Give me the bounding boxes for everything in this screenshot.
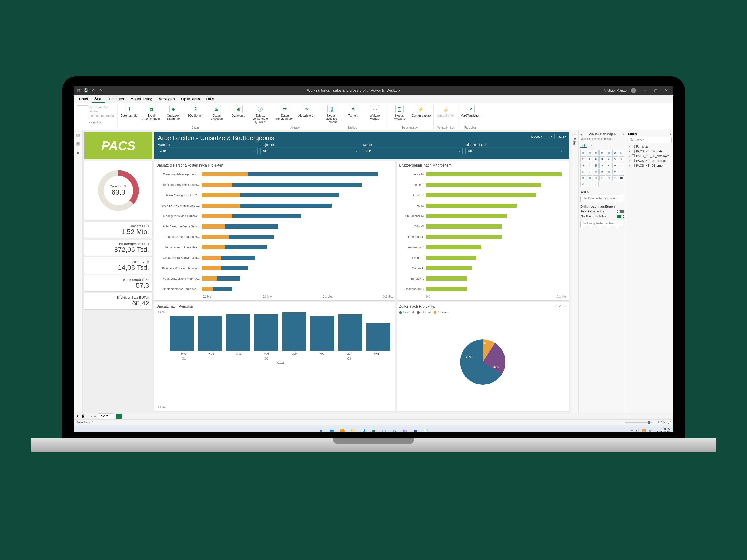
visual-picker[interactable]: ▥▤▦▧▨▩◫ ⬡⬢◐◑◒◓⊞ ◉◎⬤▲▼◆⬨ ⊟⊡⊠▣▤RPy ▥▦⊞⬚⊡◫⬛… (581, 150, 624, 187)
taskbar-clock[interactable]: 10:05 23.08.2023 (655, 428, 670, 431)
more-visuals-button[interactable]: ⋯Weitere Visuals (365, 105, 385, 121)
kpi-zeiten[interactable]: Zeiten VL h14,08 Tsd. (84, 258, 152, 273)
page-tab-1[interactable]: Seite 1 (98, 414, 114, 419)
menu-einfuegen[interactable]: Einfügen (106, 96, 127, 102)
publish-button[interactable]: ↗Veröffentlichen (461, 105, 481, 117)
gauge-card[interactable]: Zeiten VL % 63,3 (84, 161, 152, 220)
transform-button[interactable]: ⇄Daten transformieren (275, 105, 295, 121)
dataverse-button[interactable]: ◉Dataverse (229, 105, 249, 117)
desktop-layout-icon[interactable]: 🖥 (76, 414, 79, 418)
table-item[interactable]: PACS_XBI_02_date (628, 149, 672, 154)
mobile-layout-icon[interactable]: 📱 (81, 414, 85, 418)
enter-data-button[interactable]: ⊞Daten eingeben (207, 105, 227, 121)
undo-icon[interactable]: ↶ (91, 88, 96, 93)
menu-modellierung[interactable]: Modellierung (128, 96, 155, 102)
maximize-button[interactable]: ▢ (651, 87, 660, 94)
quick-measure-button[interactable]: ⚡Quickmeasure (411, 105, 431, 117)
sql-button[interactable]: 🗄SQL Server (185, 105, 205, 117)
filters-pane-collapsed[interactable]: « Filter (571, 130, 578, 413)
prev-page-icon[interactable]: ◂ (91, 414, 92, 418)
report-canvas[interactable]: PACS Dieses▾ -▾ Jahr▾ Arbeitszeiten - Um… (83, 130, 571, 413)
table-item[interactable]: PACS_XBI_02_project (628, 158, 672, 163)
filter-kunde-select[interactable]: Alle⌄ (363, 148, 463, 154)
report-view-icon[interactable]: ▥ (76, 133, 80, 138)
expand-viz-icon[interactable]: » (622, 132, 624, 136)
cut-button[interactable]: Ausschneiden (89, 105, 114, 109)
save-icon[interactable]: 💾 (83, 88, 88, 93)
tray-screen-icon[interactable]: 🖵 (636, 429, 639, 432)
values-well[interactable]: Hier Datenfelder hinzufügen (581, 195, 624, 202)
search-input[interactable]: 🔍 Suchen (628, 137, 672, 143)
chart-mitarbeiter[interactable]: Bruttoergebnis nach Mitarbeitern Leuck M… (397, 161, 569, 301)
menu-hilfe[interactable]: Hilfe (204, 96, 216, 102)
refresh-button[interactable]: ⟳Aktualisieren (297, 105, 317, 117)
menu-start[interactable]: Start (92, 96, 105, 103)
taskbar-outlook-icon[interactable]: ✉ (391, 427, 398, 432)
table-item[interactable]: Formulas (628, 144, 672, 149)
paste-button[interactable] (77, 105, 88, 119)
filter-icon[interactable]: ⚲ (555, 304, 557, 308)
next-page-icon[interactable]: ▸ (95, 414, 96, 418)
chart-perioden[interactable]: Umsatz nach Perioden 0,2 Mio.0,0 Mio. M0… (154, 302, 395, 411)
chart-projekttyp[interactable]: ⚲⤢⋯ Zeiten nach Projekttyp External Inte… (397, 302, 569, 411)
period-pill-3[interactable]: Jahr▾ (556, 134, 569, 139)
expand-data-icon[interactable]: » (670, 132, 672, 136)
table-item[interactable]: PACS_XBI_02_employee (628, 154, 672, 158)
copy-button[interactable]: Kopieren (89, 110, 114, 113)
menu-anzeigen[interactable]: Anzeigen (156, 96, 178, 102)
filter-mitarbeiter-select[interactable]: Alle⌄ (465, 148, 565, 154)
kpi-satz[interactable]: Effektiver Satz EUR/h68,42 (84, 293, 152, 309)
tray-chevron-icon[interactable]: ⌃ (630, 429, 634, 432)
tray-sound-icon[interactable]: 🔊 (648, 429, 652, 432)
fit-page-icon[interactable]: ⛶ (668, 421, 671, 424)
tray-wifi-icon[interactable]: 📶 (642, 429, 646, 432)
filter-mandant-select[interactable]: Alle⌄ (158, 148, 258, 154)
table-item[interactable]: PACS_XBI_02_time (628, 163, 672, 168)
kpi-umsatz[interactable]: Umsatz EUR1,52 Mio. (84, 222, 152, 238)
more-icon[interactable]: ⋯ (563, 304, 567, 308)
cross-report-toggle[interactable] (617, 210, 624, 213)
taskbar-excel-icon[interactable]: ▦ (370, 427, 377, 432)
redo-icon[interactable]: ↷ (98, 88, 103, 93)
taskbar-explorer-icon[interactable]: 📁 (349, 427, 356, 432)
add-page-button[interactable]: + (116, 414, 122, 419)
new-measure-button[interactable]: ∑Neues Measure (390, 105, 410, 121)
period-pill-2[interactable]: -▾ (546, 134, 555, 139)
period-pill-1[interactable]: Dieses▾ (529, 134, 545, 139)
keep-filters-toggle[interactable] (617, 215, 624, 218)
start-icon[interactable]: ⊞ (318, 427, 325, 432)
recent-sources-button[interactable]: 🕓Zuletzt verwendete Quellen (250, 105, 270, 124)
excel-button[interactable]: ▦Excel-Arbeitsmappe (142, 105, 162, 121)
new-visual-button[interactable]: 📊Neues visuelles Element (321, 105, 341, 124)
build-tab-icon[interactable]: 📊 (581, 143, 587, 148)
kpi-brutto-eur[interactable]: Bruttoergebnis EUR872,06 Tsd. (84, 240, 152, 256)
taskbar-teams2-icon[interactable]: ◫ (380, 427, 388, 432)
table-view-icon[interactable]: ▦ (76, 141, 80, 146)
user-avatar-icon[interactable] (631, 88, 636, 93)
expand-filters-icon[interactable]: « (573, 134, 576, 136)
format-tab-icon[interactable]: 🖌 (589, 143, 595, 148)
sensitivity-button[interactable]: 🔒Vertraulichkeit (436, 105, 456, 117)
taskbar-pdf-icon[interactable]: 📄 (422, 427, 429, 432)
minimize-button[interactable]: ─ (641, 87, 650, 94)
taskbar-onenote-icon[interactable]: ▥ (401, 427, 408, 432)
drillthrough-well[interactable]: Drillthroughfelder hier hinz… (581, 220, 624, 227)
kpi-brutto-pct[interactable]: Bruttoergebnis %57,3 (84, 275, 152, 291)
chart-projekte[interactable]: Umsatz & Personalkosten nach Projekten T… (154, 161, 395, 301)
model-view-icon[interactable]: ⊞ (76, 150, 80, 155)
zoom-out-icon[interactable]: − (622, 421, 623, 424)
taskbar-word-icon[interactable]: ▤ (412, 427, 419, 432)
taskbar-powerbi-icon[interactable]: 📊 (359, 427, 367, 432)
taskbar-app-icon[interactable]: 🟠 (339, 427, 346, 432)
onelake-button[interactable]: ◆OneLake-Datenhub (163, 105, 183, 121)
focus-icon[interactable]: ⤢ (559, 304, 562, 308)
zoom-in-icon[interactable]: + (654, 421, 656, 424)
taskbar-teams-icon[interactable]: 👥 (328, 427, 335, 432)
menu-datei[interactable]: Datei (76, 96, 91, 102)
menu-optimieren[interactable]: Optimieren (178, 96, 203, 102)
zoom-slider[interactable] (625, 422, 652, 423)
textbox-button[interactable]: ATextfeld (343, 105, 363, 117)
get-data-button[interactable]: ⬇Daten abrufen (120, 105, 140, 117)
filter-projekt-select[interactable]: Alle⌄ (260, 148, 360, 154)
close-button[interactable]: ✕ (662, 87, 671, 94)
